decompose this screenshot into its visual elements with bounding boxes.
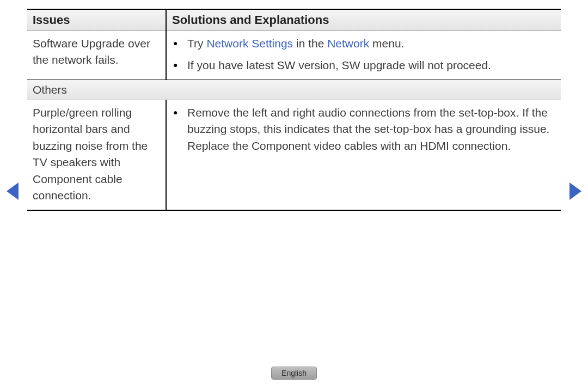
table-row: Software Upgrade over the network fails.…	[27, 31, 561, 80]
solution-bullet: If you have latest SW version, SW upgrad…	[184, 57, 554, 74]
solution-bullet: Remove the left and right audio connecti…	[184, 105, 554, 154]
prev-page-arrow-icon[interactable]	[7, 182, 19, 200]
solution-bullet: Try Network Settings in the Network menu…	[184, 35, 554, 52]
language-button[interactable]: English	[271, 367, 317, 380]
solution-cell: Try Network Settings in the Network menu…	[166, 31, 561, 80]
table-subheader-row: Others	[27, 80, 561, 100]
table-row: Purple/green rolling horizontal bars and…	[27, 100, 561, 210]
troubleshooting-table: Issues Solutions and Explanations Softwa…	[27, 9, 561, 211]
link-network: Network	[327, 37, 369, 50]
solution-cell: Remove the left and right audio connecti…	[166, 100, 561, 210]
issue-cell: Software Upgrade over the network fails.	[27, 31, 166, 80]
subheader-cell: Others	[27, 80, 561, 100]
header-solutions: Solutions and Explanations	[166, 9, 561, 31]
link-network-settings: Network Settings	[206, 37, 293, 50]
header-issues: Issues	[27, 9, 166, 31]
next-page-arrow-icon[interactable]	[569, 182, 581, 200]
bullet-text: menu.	[369, 37, 404, 50]
bullet-text: Try	[187, 37, 206, 50]
issue-cell: Purple/green rolling horizontal bars and…	[27, 100, 166, 210]
table-header-row: Issues Solutions and Explanations	[27, 9, 561, 31]
bullet-text: in the	[293, 37, 327, 50]
